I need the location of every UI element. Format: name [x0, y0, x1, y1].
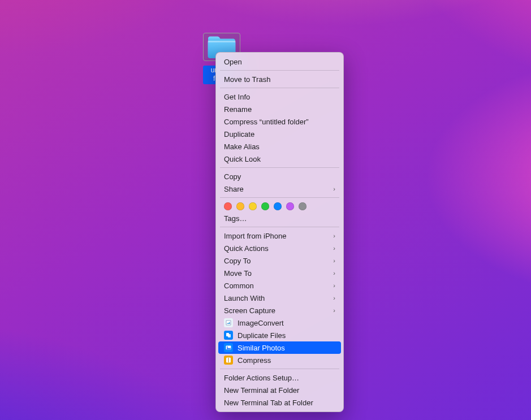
svg-point-5 — [227, 347, 228, 348]
svg-rect-3 — [228, 334, 231, 337]
context-menu: Open Move to Trash Get Info Rename Compr… — [215, 52, 344, 412]
menu-duplicate-files[interactable]: Duplicate Files — [216, 329, 343, 341]
tag-green[interactable] — [261, 202, 269, 210]
menu-screen-capture[interactable]: Screen Capture› — [216, 304, 343, 317]
menu-similar-photos[interactable]: Similar Photos — [218, 341, 341, 354]
tag-orange[interactable] — [236, 202, 244, 210]
tag-color-row — [216, 200, 343, 212]
tag-blue[interactable] — [274, 202, 282, 210]
menu-separator — [220, 167, 339, 168]
chevron-right-icon: › — [333, 232, 335, 239]
menu-separator — [220, 88, 339, 88]
menu-separator — [220, 227, 339, 227]
chevron-right-icon: › — [333, 282, 335, 289]
chevron-right-icon: › — [333, 245, 335, 252]
similar-photos-icon — [224, 343, 233, 352]
menu-quick-actions[interactable]: Quick Actions› — [216, 242, 343, 254]
tag-purple[interactable] — [286, 202, 294, 210]
menu-duplicate[interactable]: Duplicate — [216, 128, 343, 140]
menu-make-alias[interactable]: Make Alias — [216, 140, 343, 153]
menu-copy-to[interactable]: Copy To› — [216, 254, 343, 267]
menu-move-to-trash[interactable]: Move to Trash — [216, 73, 343, 85]
menu-common[interactable]: Common› — [216, 279, 343, 292]
menu-quick-look[interactable]: Quick Look — [216, 153, 343, 165]
menu-new-terminal-tab-at-folder[interactable]: New Terminal Tab at Folder — [216, 396, 343, 409]
menu-copy[interactable]: Copy — [216, 170, 343, 183]
menu-compress-folder[interactable]: Compress “untitled folder” — [216, 115, 343, 128]
menu-folder-actions-setup[interactable]: Folder Actions Setup… — [216, 371, 343, 384]
chevron-right-icon: › — [333, 307, 335, 314]
menu-imageconvert[interactable]: ImageConvert — [216, 317, 343, 329]
menu-share[interactable]: Share› — [216, 183, 343, 195]
tag-red[interactable] — [224, 202, 232, 210]
menu-move-to[interactable]: Move To› — [216, 267, 343, 279]
menu-open[interactable]: Open — [216, 55, 343, 68]
menu-get-info[interactable]: Get Info — [216, 90, 343, 103]
chevron-right-icon: › — [333, 185, 335, 192]
menu-new-terminal-at-folder[interactable]: New Terminal at Folder — [216, 384, 343, 396]
svg-rect-1 — [208, 41, 236, 42]
tag-yellow[interactable] — [249, 202, 257, 210]
menu-launch-with[interactable]: Launch With› — [216, 292, 343, 304]
chevron-right-icon: › — [333, 270, 335, 276]
menu-separator — [220, 70, 339, 71]
menu-rename[interactable]: Rename — [216, 103, 343, 115]
chevron-right-icon: › — [333, 257, 335, 264]
duplicate-files-icon — [224, 331, 233, 340]
tag-gray[interactable] — [299, 202, 306, 210]
menu-separator — [220, 369, 339, 369]
menu-compress-app[interactable]: Compress — [216, 354, 343, 366]
imageconvert-icon — [224, 318, 233, 327]
chevron-right-icon: › — [333, 295, 335, 301]
menu-import-from-iphone[interactable]: Import from iPhone› — [216, 230, 343, 242]
menu-separator — [220, 197, 339, 198]
compress-icon — [224, 356, 233, 365]
menu-tags[interactable]: Tags… — [216, 212, 343, 224]
